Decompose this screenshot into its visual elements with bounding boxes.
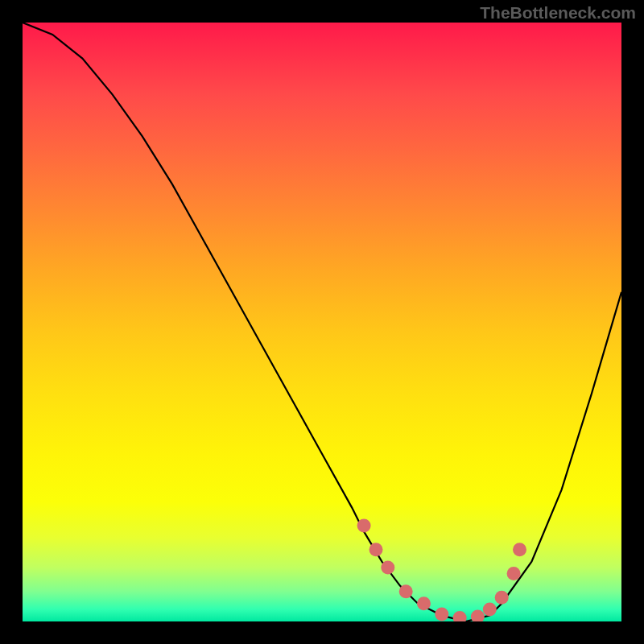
chart-marker-dot: [453, 611, 467, 621]
chart-curve: [23, 23, 621, 621]
chart-markers: [357, 519, 526, 622]
chart-marker-dot: [369, 543, 383, 556]
chart-marker-dot: [399, 584, 413, 598]
chart-marker-dot: [435, 608, 448, 621]
chart-marker-dot: [495, 591, 509, 605]
chart-marker-dot: [417, 597, 431, 610]
chart-marker-dot: [483, 603, 497, 617]
chart-marker-dot: [357, 519, 371, 533]
watermark-text: TheBottleneck.com: [480, 3, 636, 23]
chart-marker-dot: [513, 543, 526, 556]
chart-marker-dot: [381, 561, 394, 575]
chart-marker-dot: [507, 567, 521, 580]
chart-plot-area: [23, 23, 621, 621]
chart-marker-dot: [471, 610, 485, 622]
chart-svg: [23, 23, 621, 621]
